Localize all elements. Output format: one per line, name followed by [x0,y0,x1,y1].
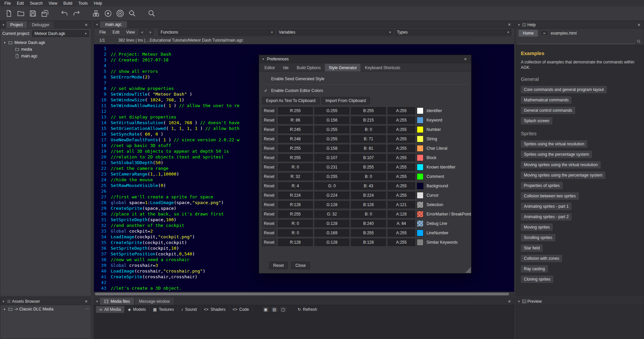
red-value[interactable]: R: 0 [278,220,313,227]
dialog-reset-button[interactable]: Reset [269,262,288,269]
alpha-value[interactable]: A:255 [388,116,415,124]
row-reset-button[interactable]: Reset [262,182,276,190]
pref-tab-style-generator[interactable]: Style Generator [325,64,360,71]
close-icon[interactable]: × [506,22,513,27]
red-value[interactable]: R: 0 [278,229,313,237]
alpha-value[interactable]: A: 64 [388,220,415,227]
save-all-button[interactable] [39,8,51,19]
green-value[interactable]: G:255 [314,107,349,114]
red-value[interactable]: R:128 [278,239,313,246]
scrollbar-thumb[interactable] [95,293,509,295]
help-link-sprites-using-the-percentage-system[interactable]: Sprites using the percentage system [521,151,592,158]
green-value[interactable]: G:158 [314,145,349,152]
close-icon[interactable]: × [636,22,642,27]
help-link-scrolling-sprites[interactable]: Scrolling sprites [521,234,555,241]
green-value[interactable]: G:224 [314,192,349,199]
row-reset-button[interactable]: Reset [262,192,276,199]
undo-button[interactable] [58,8,70,19]
help-link-cloning-sprites[interactable]: Cloning sprites [521,276,553,283]
build-button[interactable] [90,8,102,19]
search-icon[interactable] [637,39,641,44]
editor-menu-file[interactable]: File [96,29,109,36]
close-icon[interactable]: × [83,299,90,304]
search-button[interactable] [146,8,158,19]
blue-value[interactable]: B:128 [351,239,386,246]
red-value[interactable]: R:245 [278,126,313,133]
green-value[interactable]: G:156 [314,116,349,124]
custom-colors-checkbox[interactable]: ✓ Enable Custom Editor Colors [262,86,468,95]
nav-back-button[interactable]: < [139,29,146,35]
collapse-icon[interactable]: ▾ [517,300,521,303]
row-reset-button[interactable]: Reset [262,163,276,171]
row-reset-button[interactable]: Reset [262,210,276,218]
pref-tab-ide[interactable]: Ide [279,64,292,71]
close-icon[interactable]: × [83,22,90,27]
tab-main-agc[interactable]: main.agc [100,21,127,28]
help-search-input[interactable] [518,39,635,44]
color-swatch[interactable] [417,192,424,199]
alpha-value[interactable]: A:255 [388,229,415,237]
menu-search[interactable]: Search [27,0,46,6]
dialog-close-button[interactable]: Close [291,262,310,269]
blue-value[interactable]: B:255 [351,107,386,114]
expander-open-icon[interactable]: ▾ [3,41,6,44]
editor-menu-view[interactable]: View [123,29,138,36]
tree-item[interactable]: ▸-> Classic DLC Media [0,306,91,312]
collapse-icon[interactable]: ▾ [2,300,5,303]
current-project-select[interactable]: Meteor Dash.agk ▾ [32,30,89,37]
red-value[interactable]: R:255 [278,107,313,114]
help-link-core-commands-and-general-program-layout[interactable]: Core commands and general program layout [521,86,607,93]
editor-menu-edit[interactable]: Edit [109,29,123,36]
color-swatch[interactable] [417,220,424,227]
combo-variables[interactable]: Variables▾ [277,29,393,36]
help-link-mathematical-commands[interactable]: Mathematical commands [521,96,572,104]
row-reset-button[interactable]: Reset [262,229,276,237]
red-value[interactable]: R:255 [278,154,313,161]
color-swatch[interactable] [417,126,424,133]
green-value[interactable]: G:128 [314,239,349,246]
help-link-splash-screen[interactable]: Splash screen [521,117,552,125]
help-link-star-field[interactable]: Star field [521,244,543,252]
collapse-icon[interactable]: ▾ [517,23,521,27]
green-value[interactable]: G:128 [314,220,349,227]
help-link-ray-casting[interactable]: Ray casting [521,265,548,273]
blue-value[interactable]: B:240 [351,220,386,227]
export-clipboard-button[interactable]: Export As Text To Clipboard [262,97,319,104]
blue-value[interactable]: B:128 [351,201,386,208]
broadcast-button[interactable] [114,8,126,19]
pref-tab-keyboard-shortcuts[interactable]: Keyboard Shortcuts [361,64,404,71]
new-file-button[interactable] [3,8,15,19]
refresh-button[interactable]: ↻ Refresh [294,306,320,313]
tab-debugger[interactable]: Debugger [28,21,54,28]
green-value[interactable]: G:255 [314,173,349,180]
row-reset-button[interactable]: Reset [262,126,276,133]
help-link-moving-sprites-using-the-percentage-system[interactable]: Moving sprites using the percentage syst… [521,172,605,179]
filter-models[interactable]: ◈Models [125,306,150,313]
help-link-animating-sprites-part-1[interactable]: Animating sprites - part 1 [521,203,572,210]
color-swatch[interactable] [417,107,424,114]
list-view-button[interactable]: ▤ [271,306,278,312]
color-swatch[interactable] [417,154,424,161]
alpha-value[interactable]: A:255 [388,182,415,190]
import-clipboard-button[interactable]: Import From Clipboard [321,97,370,104]
menu-file[interactable]: File [1,0,14,6]
filter-code[interactable]: <>Code [229,306,253,313]
save-button[interactable] [27,8,39,19]
blue-value[interactable]: B: 71 [351,135,386,143]
row-reset-button[interactable]: Reset [262,145,276,152]
color-swatch[interactable] [417,164,424,171]
green-value[interactable]: G: 0 [314,182,349,190]
tree-item[interactable]: main.agc [0,53,91,59]
color-swatch[interactable] [417,211,424,217]
blue-value[interactable]: B:107 [351,154,386,161]
blue-value[interactable]: B: 0 [351,173,386,180]
open-file-button[interactable] [15,8,27,19]
combo-types[interactable]: Types▾ [395,29,511,36]
menu-build[interactable]: Build [60,0,76,6]
red-value[interactable]: R: 86 [278,116,313,124]
preferences-titlebar[interactable]: ▾ Preferences × [259,55,471,63]
detail-view-button[interactable]: ▢ [280,306,287,312]
blue-value[interactable]: B:215 [351,116,386,124]
alpha-value[interactable]: A:255 [388,154,415,161]
seed-style-checkbox[interactable]: Enable Seed Generated Style [262,75,468,83]
